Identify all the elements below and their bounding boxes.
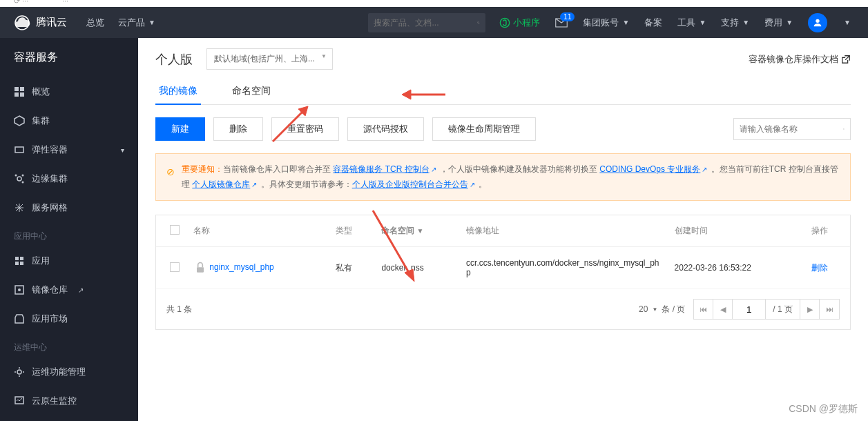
- chevron-down-icon[interactable]: ▼: [652, 306, 657, 313]
- apps-icon: [14, 255, 25, 266]
- sidebar-item-label: 服务网格: [32, 202, 68, 214]
- monitor-icon: [14, 395, 25, 407]
- auth-button[interactable]: 源代码授权: [347, 117, 424, 141]
- cell-address: ccr.ccs.tencentyun.com/docker_nss/nginx_…: [459, 247, 667, 289]
- sidebar-item-overview[interactable]: 概览: [0, 77, 138, 106]
- page-input[interactable]: [733, 300, 766, 319]
- checkbox-all[interactable]: [170, 225, 180, 235]
- create-button[interactable]: 新建: [155, 117, 205, 141]
- col-action: 操作: [804, 215, 850, 247]
- gear-icon: [14, 366, 25, 378]
- user-icon: [812, 17, 823, 28]
- sidebar-item-label: 应用: [32, 255, 50, 267]
- support-menu[interactable]: 支持▼: [721, 17, 749, 29]
- col-type: 类型: [329, 215, 374, 247]
- sidebar-item-elastic[interactable]: 弹性容器 ▾: [0, 135, 138, 164]
- table: 名称 类型 命名空间▼ 镜像地址 创建时间 操作 nginx_mysql_php: [155, 215, 851, 330]
- mail-button[interactable]: 11: [555, 18, 568, 28]
- notice-link-coding[interactable]: CODING DevOps 专业服务: [599, 164, 700, 174]
- page-prev[interactable]: ◀: [713, 300, 733, 319]
- mini-program[interactable]: 小程序: [499, 17, 540, 29]
- sidebar-item-mesh[interactable]: 服务网格: [0, 193, 138, 222]
- svg-point-19: [17, 370, 21, 374]
- page-last[interactable]: ⏭: [820, 300, 839, 319]
- image-name-link[interactable]: nginx_mysql_php: [209, 262, 273, 272]
- svg-rect-13: [15, 257, 19, 260]
- toolbar-search[interactable]: [733, 118, 851, 140]
- svg-rect-22: [197, 267, 204, 273]
- col-created: 创建时间: [668, 215, 804, 247]
- external-icon: ↗: [251, 181, 257, 188]
- nav-products[interactable]: 云产品▼: [118, 17, 155, 29]
- page-title: 个人版: [155, 51, 193, 68]
- cell-type: 私有: [329, 247, 374, 289]
- sidebar-item-ops-mgmt[interactable]: 运维功能管理: [0, 358, 138, 386]
- watermark: CSDN @罗德斯: [789, 403, 858, 415]
- col-namespace[interactable]: 命名空间▼: [374, 215, 459, 247]
- top-header: 腾讯云 总览 云产品▼ 小程序 11 集团账号▼ 备案 工具▼ 支持▼ 费用▼ …: [0, 7, 868, 38]
- sidebar-item-label: 边缘集群: [32, 173, 68, 185]
- tab-my-images[interactable]: 我的镜像: [155, 78, 201, 104]
- sidebar-item-apps[interactable]: 应用: [0, 246, 138, 275]
- sidebar-item-cluster[interactable]: 集群: [0, 106, 138, 135]
- search-icon: [843, 124, 845, 134]
- toolbar: 新建 删除 重置密码 源代码授权 镜像生命周期管理: [155, 117, 851, 141]
- sidebar-item-market[interactable]: 应用市场: [0, 304, 138, 333]
- external-icon: ↗: [702, 166, 707, 173]
- cost-menu[interactable]: 费用▼: [764, 17, 793, 29]
- svg-rect-5: [20, 87, 24, 91]
- page-next[interactable]: ▶: [800, 300, 820, 319]
- doc-link[interactable]: 容器镜像仓库操作文档: [749, 53, 851, 66]
- notice-banner: ⊘ 重要通知：当前镜像仓库入口即将合并至 容器镜像服务 TCR 控制台↗ ，个人…: [155, 153, 851, 201]
- tab-namespace[interactable]: 命名空间: [229, 78, 274, 104]
- page-first[interactable]: ⏮: [694, 300, 713, 319]
- sidebar-item-label: 镜像仓库: [32, 284, 68, 296]
- miniprogram-icon: [499, 17, 510, 28]
- header-search[interactable]: [368, 13, 485, 32]
- sidebar-item-label: 应用市场: [32, 313, 68, 325]
- mail-badge: 11: [560, 12, 575, 21]
- tools-menu[interactable]: 工具▼: [677, 17, 706, 29]
- sidebar-item-registry[interactable]: 镜像仓库 ↗: [0, 275, 138, 304]
- notice-text: ，个人版中镜像构建及触发器功能将切换至: [438, 164, 600, 174]
- sidebar-item-edge[interactable]: 边缘集群: [0, 164, 138, 193]
- toolbar-search-input[interactable]: [740, 124, 843, 134]
- notice-link-tcr[interactable]: 容器镜像服务 TCR 控制台: [333, 164, 429, 174]
- delete-button[interactable]: 删除: [213, 117, 263, 141]
- sidebar: 容器服务 概览 集群 弹性容器 ▾ 边缘集群 服务网格 应用中心 应用: [0, 38, 138, 421]
- lifecycle-button[interactable]: 镜像生命周期管理: [432, 117, 536, 141]
- svg-rect-14: [20, 257, 23, 260]
- brand-text: 腾讯云: [36, 16, 67, 29]
- region-select[interactable]: 默认地域(包括广州、上海...: [206, 48, 333, 70]
- chevron-down-icon: ▾: [121, 146, 124, 154]
- sidebar-item-label: 运维功能管理: [32, 366, 86, 378]
- header-search-input[interactable]: [374, 18, 477, 28]
- external-icon: ↗: [78, 286, 84, 294]
- svg-point-9: [17, 177, 21, 181]
- warning-icon: ⊘: [166, 164, 175, 192]
- avatar[interactable]: [808, 13, 827, 32]
- mesh-icon: [14, 202, 25, 213]
- edge-icon: [14, 173, 25, 184]
- notice-link-announce[interactable]: 个人版及企业版控制台合并公告: [352, 179, 468, 189]
- nav-overview[interactable]: 总览: [86, 17, 104, 29]
- container-icon: [14, 144, 25, 155]
- sidebar-item-logs[interactable]: 日志管理 ▾: [0, 415, 138, 421]
- page-size-value[interactable]: 20: [639, 304, 648, 314]
- sidebar-item-monitor[interactable]: 云原生监控: [0, 386, 138, 415]
- filter-icon[interactable]: ▼: [416, 227, 423, 235]
- beian-link[interactable]: 备案: [644, 17, 662, 29]
- brand-logo[interactable]: 腾讯云: [0, 14, 79, 31]
- checkbox-row[interactable]: [170, 262, 180, 272]
- account-menu[interactable]: 集团账号▼: [583, 17, 629, 29]
- sidebar-item-label: 弹性容器: [32, 144, 68, 156]
- cube-icon: [14, 115, 25, 126]
- notice-prefix: 重要通知：: [182, 164, 223, 174]
- col-address: 镜像地址: [459, 215, 667, 247]
- row-delete-link[interactable]: 删除: [811, 263, 828, 273]
- avatar-caret[interactable]: ▼: [844, 19, 851, 26]
- reset-pwd-button[interactable]: 重置密码: [271, 117, 339, 141]
- svg-rect-6: [15, 92, 19, 97]
- pagination: 共 1 条 20 ▼ 条 / 页 ⏮ ◀ / 1 页 ▶ ⏭: [156, 289, 850, 329]
- notice-link-personal[interactable]: 个人版镜像仓库: [192, 179, 250, 189]
